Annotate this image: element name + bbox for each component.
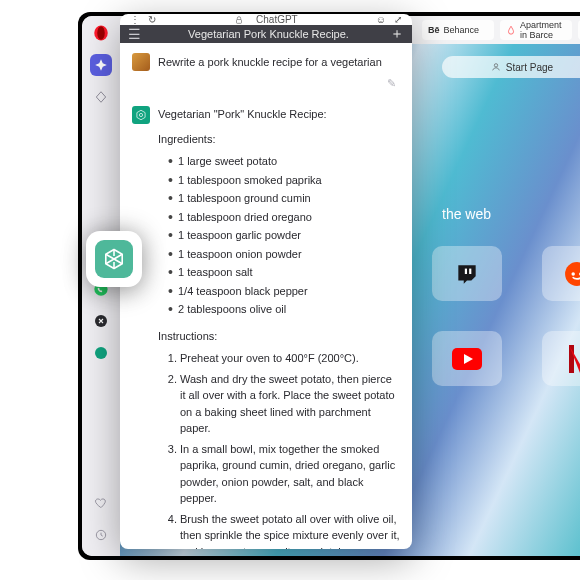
close-dot-icon[interactable] (90, 310, 112, 332)
hamburger-icon[interactable]: ☰ (128, 26, 141, 42)
tile-youtube[interactable] (432, 331, 502, 386)
tab-label: Apartment in Barce (520, 20, 566, 40)
lock-icon (234, 15, 244, 25)
user-avatar (132, 53, 150, 71)
smiley-icon[interactable]: ☺ (376, 14, 386, 25)
instruction-step: Preheat your oven to 400°F (200°C). (180, 350, 400, 367)
behance-icon: Bē (428, 25, 440, 35)
expand-icon[interactable]: ⤢ (394, 14, 402, 25)
tab-behance[interactable]: Bē Behance (422, 20, 494, 40)
svg-rect-15 (237, 19, 242, 23)
ingredient-item: 1 large sweet potato (168, 153, 400, 170)
svg-point-1 (97, 26, 105, 40)
svg-point-6 (494, 64, 497, 67)
tile-netflix[interactable] (542, 331, 580, 386)
svg-point-16 (139, 113, 142, 116)
instruction-step: Brush the sweet potato all over with oli… (180, 511, 400, 550)
user-message-row: Rewrite a pork knuckle recipe for a vege… (120, 43, 412, 77)
user-message-text: Rewrite a pork knuckle recipe for a vege… (158, 56, 400, 68)
chatgpt-logo-icon (95, 240, 133, 278)
assistant-message-row: Vegetarian "Pork" Knuckle Recipe: Ingred… (120, 96, 412, 549)
start-page-pill[interactable]: Start Page (442, 56, 580, 78)
svg-rect-8 (469, 268, 471, 273)
start-page-label: Start Page (506, 62, 553, 73)
new-chat-icon[interactable]: ＋ (390, 25, 404, 43)
chatgpt-dot-icon[interactable] (90, 342, 112, 364)
svg-rect-7 (465, 268, 467, 273)
instruction-step: In a small bowl, mix together the smoked… (180, 441, 400, 507)
tab-label: Behance (444, 25, 480, 35)
speed-dial-grid (432, 246, 580, 386)
assistant-message-body: Vegetarian "Pork" Knuckle Recipe: Ingred… (158, 106, 400, 549)
instructions-list: Preheat your oven to 400°F (200°C).Wash … (158, 350, 400, 549)
ingredient-item: 2 tablespoons olive oil (168, 301, 400, 318)
tile-twitch[interactable] (432, 246, 502, 301)
instructions-heading: Instructions: (158, 328, 400, 345)
ingredients-heading: Ingredients: (158, 131, 400, 148)
svg-point-10 (571, 272, 574, 275)
ingredient-item: 1 tablespoon smoked paprika (168, 172, 400, 189)
tab-airbnb[interactable]: Apartment in Barce (500, 20, 572, 40)
chatgpt-avatar-icon (132, 106, 150, 124)
svg-point-4 (95, 347, 107, 359)
edit-message-icon[interactable]: ✎ (387, 77, 398, 90)
diamond-outline-icon[interactable] (90, 86, 112, 108)
chatgpt-side-panel: ⋮ ↻ ChatGPT ☺ ⤢ ☰ Vegetarian Pork Knuckl… (120, 14, 412, 549)
response-title: Vegetarian "Pork" Knuckle Recipe: (158, 106, 400, 123)
airbnb-icon (506, 25, 516, 35)
panel-address-bar: ⋮ ↻ ChatGPT ☺ ⤢ (120, 14, 412, 25)
aria-sidebar-button[interactable] (90, 54, 112, 76)
tile-reddit[interactable] (542, 246, 580, 301)
ingredients-list: 1 large sweet potato1 tablespoon smoked … (158, 153, 400, 318)
instruction-step: Wash and dry the sweet potato, then pier… (180, 371, 400, 437)
chatgpt-float-badge (86, 231, 142, 287)
ingredient-item: 1 tablespoon ground cumin (168, 190, 400, 207)
conversation-header: ☰ Vegetarian Pork Knuckle Recipe. ＋ (120, 25, 412, 43)
conversation-title: Vegetarian Pork Knuckle Recipe. (147, 28, 390, 40)
user-icon (491, 62, 501, 72)
ingredient-item: 1 teaspoon salt (168, 264, 400, 281)
ingredient-item: 1 tablespoon dried oregano (168, 209, 400, 226)
tab-strip: Bē Behance Apartment in Barce (422, 20, 580, 40)
history-icon[interactable] (90, 524, 112, 546)
svg-rect-13 (569, 345, 574, 373)
kebab-icon[interactable]: ⋮ (130, 14, 140, 25)
hero-text-fragment: the web (442, 206, 491, 222)
site-name: ChatGPT (256, 14, 298, 25)
reload-icon[interactable]: ↻ (148, 14, 156, 25)
opera-logo-icon[interactable] (90, 22, 112, 44)
ingredient-item: 1 teaspoon garlic powder (168, 227, 400, 244)
ingredient-item: 1 teaspoon onion powder (168, 246, 400, 263)
ingredient-item: 1/4 teaspoon black pepper (168, 283, 400, 300)
heart-icon[interactable] (90, 492, 112, 514)
